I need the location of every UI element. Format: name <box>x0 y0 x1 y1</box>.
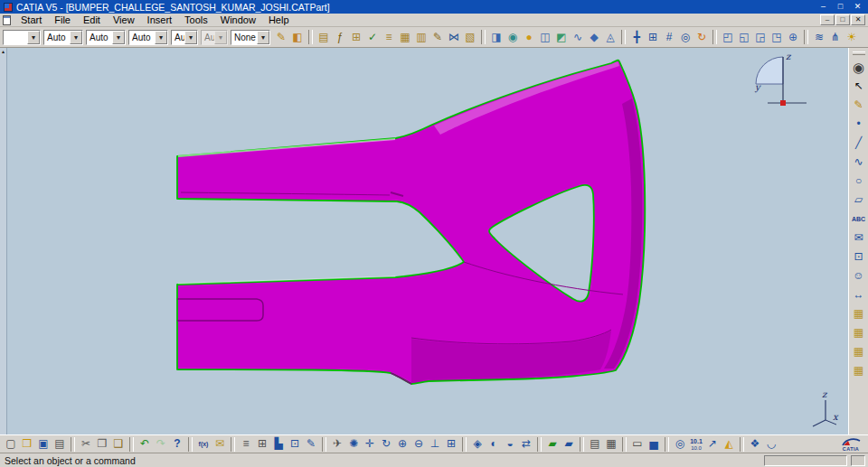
redo-icon[interactable]: ↷ <box>153 435 169 453</box>
undo-icon[interactable]: ↶ <box>137 435 153 453</box>
line-icon[interactable]: ╱ <box>850 134 868 153</box>
sphere-surface-icon[interactable]: ● <box>521 29 537 46</box>
mdi-restore-button[interactable]: □ <box>835 14 850 25</box>
graphic-color-combo[interactable]: ▾ <box>3 30 41 45</box>
reframe-icon[interactable]: ❖ <box>747 435 763 453</box>
report-icon[interactable]: ▥ <box>413 29 429 46</box>
catalog-sheet-icon[interactable]: ▦ <box>397 29 413 46</box>
quick-view-icon[interactable]: ◈ <box>469 435 486 453</box>
normal-view-icon[interactable]: ⊥ <box>427 435 443 453</box>
symbol-type-combo[interactable]: Aut ▾ <box>201 30 228 45</box>
point-type-combo[interactable]: Aut ▾ <box>171 30 198 45</box>
measure-item-icon[interactable]: ↗ <box>704 435 721 453</box>
fill-surface-icon[interactable]: ◆ <box>586 29 602 46</box>
chevron-down-icon[interactable]: ▾ <box>70 31 82 44</box>
mdi-close-button[interactable]: ✕ <box>851 14 865 25</box>
menu-edit[interactable]: Edit <box>77 14 107 26</box>
chart-icon[interactable]: ▙ <box>270 435 287 453</box>
chevron-down-icon[interactable]: ▾ <box>112 31 125 44</box>
multi-view-icon[interactable]: ⊞ <box>443 435 459 453</box>
style-pen-icon[interactable]: ✎ <box>850 96 868 115</box>
layer-combo[interactable]: None ▾ <box>231 30 270 45</box>
select-arrow-icon[interactable]: ↖ <box>850 77 868 96</box>
blend-surface-icon[interactable]: ◬ <box>602 29 618 46</box>
update-catalog-icon[interactable]: ▦ <box>850 361 868 380</box>
chevron-down-icon[interactable]: ▾ <box>214 31 227 44</box>
axis-system-icon[interactable]: ╋ <box>628 29 645 46</box>
formula-bottom-icon[interactable]: f(x) <box>195 435 212 453</box>
analysis-histogram-icon[interactable]: ▅ <box>646 435 662 453</box>
datum-target-icon[interactable]: ◎ <box>672 435 688 453</box>
print-setup-icon[interactable]: ▤ <box>587 435 603 453</box>
measure-icon[interactable]: ↔ <box>850 285 868 304</box>
measure-between-icon[interactable]: 10.1 10.0 <box>688 435 704 453</box>
open-icon[interactable]: ❒ <box>19 435 35 453</box>
capture-icon[interactable]: ⊡ <box>850 248 868 266</box>
compass-tool-icon[interactable]: ◎ <box>677 29 693 46</box>
manikin-icon[interactable]: ☺ <box>850 266 868 285</box>
options-grid-icon[interactable]: ▦ <box>603 435 619 453</box>
capture-image-icon[interactable]: ⊡ <box>287 435 303 453</box>
spline-icon[interactable]: ∿ <box>850 153 868 172</box>
menu-file[interactable]: File <box>48 14 77 26</box>
snap-to-grid-icon[interactable]: # <box>661 29 677 46</box>
knowledge-comment-icon[interactable]: ✉ <box>212 435 228 453</box>
fly-mode-icon[interactable]: ✈ <box>329 435 345 453</box>
whats-this-icon[interactable]: ? <box>169 435 185 453</box>
cut-icon[interactable]: ✂ <box>78 435 94 453</box>
print-icon[interactable]: ▤ <box>52 435 68 453</box>
porcupine-analysis-icon[interactable]: ⋔ <box>827 29 844 46</box>
transparency-combo[interactable]: Auto ▾ <box>43 30 83 45</box>
maximize-button[interactable]: □ <box>832 1 849 13</box>
edit-pen-icon[interactable]: ✎ <box>303 435 319 453</box>
mass-properties-icon[interactable]: ◭ <box>721 435 737 453</box>
depth-effect-icon[interactable]: ◲ <box>752 29 769 46</box>
front-view-icon[interactable]: ◰ <box>720 29 736 46</box>
mdi-minimize-button[interactable]: – <box>820 14 835 25</box>
offset-surface-icon[interactable]: ◩ <box>553 29 570 46</box>
menu-window[interactable]: Window <box>214 14 262 26</box>
pan-icon[interactable]: ✛ <box>362 435 378 453</box>
menu-insert[interactable]: Insert <box>141 14 179 26</box>
save-in-catalog-icon[interactable]: ▦ <box>850 342 868 361</box>
extrude-surface-icon[interactable]: ◨ <box>488 29 505 46</box>
line-type-combo[interactable]: Auto ▾ <box>86 30 126 45</box>
comment-icon[interactable]: ✉ <box>850 229 868 248</box>
menu-start[interactable]: Start <box>14 14 48 26</box>
cutting-plane-icon[interactable]: ◱ <box>736 29 752 46</box>
compass-privileged-plane[interactable] <box>780 100 786 106</box>
magnifier-icon[interactable]: ⊕ <box>785 29 801 46</box>
plane-icon[interactable]: ▱ <box>850 191 868 210</box>
vault-drive-icon[interactable]: ▭ <box>629 435 646 453</box>
sweep-surface-icon[interactable]: ∿ <box>570 29 586 46</box>
hide-show-icon[interactable]: ◒ <box>502 435 518 453</box>
chevron-down-icon[interactable]: ▾ <box>155 31 167 44</box>
instantiate-from-document-icon[interactable]: ▦ <box>850 323 868 342</box>
spline-analysis-icon[interactable]: ◡ <box>763 435 779 453</box>
graphic-wizard-icon[interactable]: ◧ <box>289 29 306 46</box>
app-icon[interactable] <box>4 3 13 12</box>
close-button[interactable]: ✕ <box>849 1 866 13</box>
rotate-icon[interactable]: ↻ <box>378 435 394 453</box>
current-workbench-icon[interactable]: ◉ <box>850 58 868 77</box>
point-icon[interactable]: • <box>850 115 868 134</box>
rule-icon[interactable]: ≡ <box>381 29 397 46</box>
check-icon[interactable]: ✓ <box>364 29 381 46</box>
save-version-icon[interactable]: ▰ <box>544 435 561 453</box>
render-style-icon[interactable]: ◐ <box>486 435 502 453</box>
status-indicator-box[interactable] <box>851 455 865 466</box>
swap-visible-space-icon[interactable]: ⇄ <box>518 435 534 453</box>
formula-icon[interactable]: ƒ <box>332 29 348 46</box>
cylinder-surface-icon[interactable]: ◫ <box>537 29 553 46</box>
work-grid-icon[interactable]: ⊞ <box>645 29 661 46</box>
chevron-down-icon[interactable]: ▾ <box>184 31 197 44</box>
annotation-pen-icon[interactable]: ✎ <box>429 29 446 46</box>
catalog-browser-icon[interactable]: ▦ <box>850 304 868 323</box>
viewport-3d[interactable]: ▴ <box>0 48 848 434</box>
menu-tools[interactable]: Tools <box>178 14 214 26</box>
zoom-out-icon[interactable]: ⊖ <box>410 435 427 453</box>
update-icon[interactable]: ↻ <box>693 29 710 46</box>
power-input-field[interactable] <box>764 455 847 466</box>
chevron-down-icon[interactable]: ▾ <box>257 31 269 44</box>
line-weight-combo[interactable]: Auto ▾ <box>128 30 168 45</box>
